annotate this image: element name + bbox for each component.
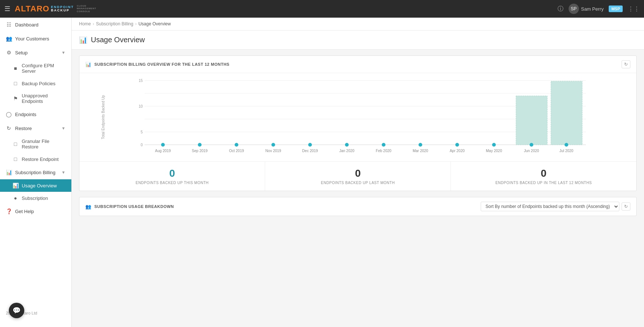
stats-row: 0 ENDPOINTS BACKED UP THIS MONTH 0 ENDPO… [79, 161, 636, 191]
msp-badge[interactable]: MSP [609, 6, 623, 12]
dashboard-icon: ☷ [6, 22, 12, 28]
breadcrumb: Home › Subscription Billing › Usage Over… [72, 18, 644, 30]
sidebar-item-restore-endpoint[interactable]: □ Restore Endpoint [0, 153, 71, 165]
breadcrumb-current: Usage Overview [138, 21, 171, 26]
setup-label: Setup [15, 50, 28, 55]
restore-left: ↻ Restore [6, 125, 32, 131]
sidebar-item-granular-file[interactable]: □ Granular File Restore [0, 135, 71, 153]
user-menu[interactable]: SP Sam Perry [569, 4, 604, 14]
grid-icon[interactable]: ⋮⋮ [628, 6, 640, 12]
subscription-label: Subscription [22, 195, 48, 201]
endpoints-label: Endpoints [15, 112, 36, 117]
breadcrumb-subscription-billing[interactable]: Subscription Billing [96, 21, 133, 26]
chart-card-title: 📊 SUBSCRIPTION BILLING OVERVIEW FOR THE … [85, 62, 230, 67]
backup-policies-label: Backup Policies [22, 81, 56, 86]
breadcrumb-home[interactable]: Home [79, 21, 91, 26]
logo: ALTARO ENDPOINT BACKUP CLOUD MANAGEMENT … [15, 4, 96, 14]
sidebar-item-get-help[interactable]: ❓ Get Help [0, 204, 71, 218]
stat-this-month-value[interactable]: 0 [169, 168, 175, 179]
page-title: Usage Overview [91, 36, 145, 44]
dot-nov2019 [271, 143, 275, 147]
main-content: Home › Subscription Billing › Usage Over… [72, 18, 644, 327]
sidebar: ☷ Dashboard 👥 Your Customers ⚙ Setup ▼ ■… [0, 18, 72, 327]
hamburger-menu[interactable]: ☰ [4, 5, 10, 13]
sidebar-item-configure-epm[interactable]: ■ Configure EPM Server [0, 60, 71, 77]
stat-last-month-value: 0 [269, 168, 447, 179]
topnav-right: ⓘ SP Sam Perry MSP ⋮⋮ [558, 4, 640, 14]
subscription-sub-icon: ● [13, 195, 18, 201]
dot-jan2020 [345, 143, 349, 147]
backup-policies-icon: □ [13, 80, 18, 86]
stat-last-12-value: 0 [455, 168, 633, 179]
breakdown-refresh-button[interactable]: ↻ [622, 202, 630, 211]
sidebar-item-endpoints[interactable]: ◯ Endpoints [0, 107, 71, 121]
svg-text:Jun 2020: Jun 2020 [524, 149, 539, 153]
dot-feb2020 [382, 143, 385, 147]
usage-overview-icon: 📊 [13, 183, 18, 188]
subscription-chevron: ▼ [61, 170, 65, 175]
dot-may2020 [492, 143, 496, 147]
chart-card: 📊 SUBSCRIPTION BILLING OVERVIEW FOR THE … [79, 55, 637, 191]
setup-left: ⚙ Setup [6, 50, 28, 55]
dot-jul2020 [565, 143, 568, 147]
chart-svg-wrapper: 15 10 5 0 [100, 77, 630, 161]
svg-text:Aug 2019: Aug 2019 [155, 149, 171, 153]
chart-svg: 15 10 5 0 [100, 77, 630, 158]
dot-oct2019 [235, 143, 238, 147]
svg-text:10: 10 [139, 104, 143, 108]
subscription-left: 📊 Subscription Billing [6, 169, 56, 175]
chart-title-text: SUBSCRIPTION BILLING OVERVIEW FOR THE LA… [95, 62, 230, 67]
sidebar-item-subscription-billing[interactable]: 📊 Subscription Billing ▼ [0, 165, 71, 179]
dot-sep2019 [198, 143, 202, 147]
dot-aug2019 [161, 143, 165, 147]
setup-icon: ⚙ [6, 50, 12, 55]
info-icon[interactable]: ⓘ [558, 5, 563, 13]
sidebar-item-backup-policies[interactable]: □ Backup Policies [0, 77, 71, 90]
sidebar-item-usage-overview[interactable]: 📊 Usage Overview [0, 179, 71, 192]
endpoints-icon: ◯ [6, 111, 12, 117]
bar-jun2020 [516, 96, 547, 145]
restore-chevron: ▼ [61, 126, 65, 130]
usage-overview-label: Usage Overview [22, 183, 57, 188]
sidebar-item-restore[interactable]: ↻ Restore ▼ [0, 121, 71, 135]
sidebar-item-subscription[interactable]: ● Subscription [0, 192, 71, 204]
stat-last-12-label: ENDPOINTS BACKED UP IN THE LAST 12 MONTH… [455, 181, 633, 185]
your-customers-label: Your Customers [15, 36, 49, 42]
chart-refresh-button[interactable]: ↻ [622, 60, 630, 68]
granular-file-label: Granular File Restore [22, 139, 65, 150]
logo-backup-text: BACKUP [51, 9, 74, 12]
svg-text:Dec 2019: Dec 2019 [302, 149, 318, 153]
breakdown-card: 👥 SUBSCRIPTION USAGE BREAKDOWN Sort By n… [79, 197, 637, 216]
sidebar-item-unapproved-endpoints[interactable]: ⚑ Unapproved Endpoints [0, 90, 71, 107]
get-help-icon: ❓ [6, 208, 12, 214]
page-header-icon: 📊 [79, 36, 87, 44]
stat-last-12: 0 ENDPOINTS BACKED UP IN THE LAST 12 MON… [451, 162, 636, 191]
breadcrumb-sep2: › [135, 21, 136, 26]
y-axis-label: Total Endpoints Backed Up [101, 95, 105, 139]
sidebar-item-dashboard[interactable]: ☷ Dashboard [0, 18, 71, 32]
breakdown-title-icon: 👥 [85, 204, 92, 209]
main-layout: ☷ Dashboard 👥 Your Customers ⚙ Setup ▼ ■… [0, 18, 644, 327]
logo-altaro-text: ALTARO [15, 4, 49, 14]
content-area: 📊 SUBSCRIPTION BILLING OVERVIEW FOR THE … [72, 50, 644, 228]
subscription-billing-label: Subscription Billing [15, 170, 56, 175]
breakdown-sort-select[interactable]: Sort By number of Endpoints backed up th… [481, 202, 619, 211]
stat-this-month: 0 ENDPOINTS BACKED UP THIS MONTH [79, 162, 265, 191]
logo-console-text1: CLOUD [77, 5, 96, 7]
stat-last-month-label: ENDPOINTS BACKED UP LAST MONTH [269, 181, 447, 185]
sidebar-item-setup[interactable]: ⚙ Setup ▼ [0, 46, 71, 60]
setup-chevron: ▼ [61, 50, 65, 55]
logo-endpoint-block: ENDPOINT BACKUP [51, 6, 74, 12]
stat-this-month-label: ENDPOINTS BACKED UP THIS MONTH [83, 181, 261, 185]
svg-text:Jul 2020: Jul 2020 [559, 149, 573, 153]
breakdown-title-text: SUBSCRIPTION USAGE BREAKDOWN [95, 204, 174, 209]
breadcrumb-sep1: › [93, 21, 94, 26]
sidebar-item-your-customers[interactable]: 👥 Your Customers [0, 32, 71, 46]
subscription-icon: 📊 [6, 169, 12, 175]
unapproved-endpoints-label: Unapproved Endpoints [22, 93, 65, 104]
chart-card-header: 📊 SUBSCRIPTION BILLING OVERVIEW FOR THE … [79, 56, 636, 73]
chat-bubble-button[interactable]: 💬 [9, 303, 24, 318]
svg-text:15: 15 [139, 79, 143, 83]
granular-file-icon: □ [13, 141, 18, 147]
svg-text:Oct 2019: Oct 2019 [229, 149, 244, 153]
